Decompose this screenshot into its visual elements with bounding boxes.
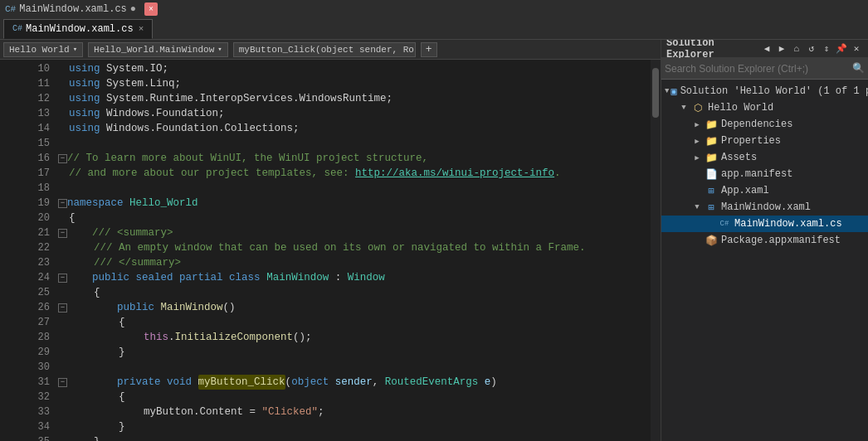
code-line xyxy=(58,181,651,196)
collapse-button[interactable]: − xyxy=(58,229,67,238)
se-tree-item-dependencies[interactable]: ▶📁Dependencies xyxy=(661,116,868,133)
file-icon: ⬡ xyxy=(691,101,705,114)
se-tree-item-mainwindow-cs[interactable]: C#MainWindow.xaml.cs xyxy=(661,216,868,232)
token: private xyxy=(117,375,161,390)
title-bar: C# MainWindow.xaml.cs ● × xyxy=(0,0,868,18)
se-tree-item-mainwindow-xaml-group[interactable]: ▼⊞MainWindow.xaml xyxy=(661,199,868,216)
token: myButton_Click xyxy=(198,375,285,390)
search-icon[interactable]: 🔍 xyxy=(852,62,865,75)
collapse-button[interactable]: − xyxy=(58,274,67,283)
se-btn-refresh[interactable]: ↺ xyxy=(805,42,818,56)
scrollbar-track[interactable] xyxy=(651,60,661,441)
token: System.Linq; xyxy=(100,76,182,91)
se-header: Solution Explorer ◀ ▶ ⌂ ↺ ⇕ 📌 ✕ xyxy=(661,40,868,58)
se-tree-item-solution[interactable]: ▼▣Solution 'Hello World' (1 of 1 project… xyxy=(661,83,868,99)
token: "Clicked" xyxy=(262,405,319,419)
token xyxy=(69,255,94,270)
chevron-icon: ▼ xyxy=(678,102,690,114)
se-btn-close[interactable]: ✕ xyxy=(850,42,863,56)
token: sender xyxy=(335,375,373,390)
se-btn-pin[interactable]: 📌 xyxy=(835,42,848,56)
token: /// An empty window that can be used on … xyxy=(94,240,586,255)
token: class xyxy=(229,270,261,285)
token xyxy=(69,405,144,419)
toolbar-add-button[interactable]: + xyxy=(421,42,437,57)
se-tree-item-app-xaml[interactable]: ⊞App.xaml xyxy=(661,182,868,199)
collapse-button[interactable]: − xyxy=(58,154,67,163)
token xyxy=(67,270,92,285)
se-tree-item-project[interactable]: ▼⬡Hello World xyxy=(661,99,868,116)
code-line xyxy=(58,136,651,151)
token: // and more about our project templates,… xyxy=(69,166,355,181)
token xyxy=(261,270,267,285)
file-icon: 📁 xyxy=(705,118,718,131)
code-content[interactable]: using System.IO;using System.Linq;using … xyxy=(55,60,651,441)
scrollbar-thumb[interactable] xyxy=(652,68,659,118)
file-icon: ⊞ xyxy=(705,201,718,214)
se-btn-collapse[interactable]: ⇕ xyxy=(820,42,833,56)
token: : xyxy=(329,270,348,285)
token xyxy=(161,375,168,390)
se-item-label: Hello World xyxy=(708,102,773,114)
token: } xyxy=(69,434,100,441)
context-dropdown-project[interactable]: Hello World ▾ xyxy=(3,42,83,57)
code-line: using System.Runtime.InteropServices.Win… xyxy=(58,91,651,106)
collapse-button[interactable]: − xyxy=(58,199,67,208)
se-search-bar[interactable]: 🔍 xyxy=(661,58,868,80)
se-tree-item-package-appxmanifest[interactable]: 📦Package.appxmanifest xyxy=(661,232,868,249)
code-line: using Windows.Foundation; xyxy=(58,106,651,121)
chevron-icon: ▼ xyxy=(691,201,703,213)
token: partial xyxy=(179,270,223,285)
se-tree-item-properties[interactable]: ▶📁Properties xyxy=(661,133,868,149)
chevron-icon: ▼ xyxy=(665,85,669,97)
context-class-label: Hello_World.MainWindow xyxy=(94,45,214,55)
se-btn-back[interactable]: ◀ xyxy=(760,42,773,56)
se-tree-item-assets[interactable]: ▶📁Assets xyxy=(661,149,868,166)
title-bar-modified: ● xyxy=(130,3,136,15)
tab-mainwindow[interactable]: C# MainWindow.xaml.cs × xyxy=(3,19,153,39)
token: RoutedEventArgs xyxy=(385,375,479,390)
collapse-button[interactable]: − xyxy=(58,303,67,313)
token: MainWindow xyxy=(161,300,223,315)
token: ; xyxy=(318,405,324,419)
collapse-button[interactable]: − xyxy=(58,378,67,387)
token: . xyxy=(168,330,175,345)
context-dropdown-class[interactable]: Hello_World.MainWindow ▾ xyxy=(88,42,228,57)
token: . xyxy=(554,166,561,181)
token xyxy=(67,225,92,240)
code-line: −namespace Hello_World xyxy=(58,196,651,211)
se-title: Solution Explorer xyxy=(666,40,760,61)
code-line: /// </summary> xyxy=(58,255,651,270)
se-tree-item-app-manifest[interactable]: 📄app.manifest xyxy=(661,166,868,182)
title-bar-close[interactable]: × xyxy=(144,2,158,16)
tab-close-button[interactable]: × xyxy=(139,24,144,34)
token: (); xyxy=(293,330,312,345)
token: { xyxy=(69,211,76,225)
chevron-icon xyxy=(691,185,703,196)
token xyxy=(69,240,94,255)
token: { xyxy=(69,315,125,330)
file-icon: ⊞ xyxy=(705,184,718,197)
context-dropdown-method[interactable]: myButton_Click(object sender, RoutedEv..… xyxy=(233,42,416,57)
context-project-label: Hello World xyxy=(9,45,70,55)
token: } xyxy=(69,345,125,360)
tab-bar: C# MainWindow.xaml.cs × xyxy=(0,18,868,40)
token: public xyxy=(92,270,129,285)
code-line: using Windows.Foundation.Collections; xyxy=(58,121,651,136)
token: () xyxy=(223,300,236,315)
se-item-label: Package.appxmanifest xyxy=(721,235,841,246)
solution-explorer: Solution Explorer ◀ ▶ ⌂ ↺ ⇕ 📌 ✕ 🔍 ▼▣Solu… xyxy=(661,40,868,441)
token: Hello_World xyxy=(129,196,198,211)
line-numbers: 1011121314151617181920212223242526272829… xyxy=(15,60,55,441)
se-search-input[interactable] xyxy=(665,63,852,75)
file-icon: C# xyxy=(718,217,731,230)
token xyxy=(124,196,130,211)
tab-label: MainWindow.xaml.cs xyxy=(26,23,134,35)
token: myButton.Content = xyxy=(144,405,262,419)
se-btn-home[interactable]: ⌂ xyxy=(790,42,803,56)
chevron-icon: ▶ xyxy=(691,119,703,130)
token: System.Runtime.InteropServices.WindowsRu… xyxy=(100,91,393,106)
code-line: − /// <summary> xyxy=(58,225,651,240)
code-line: /// An empty window that can be used on … xyxy=(58,240,651,255)
se-btn-forward[interactable]: ▶ xyxy=(775,42,788,56)
